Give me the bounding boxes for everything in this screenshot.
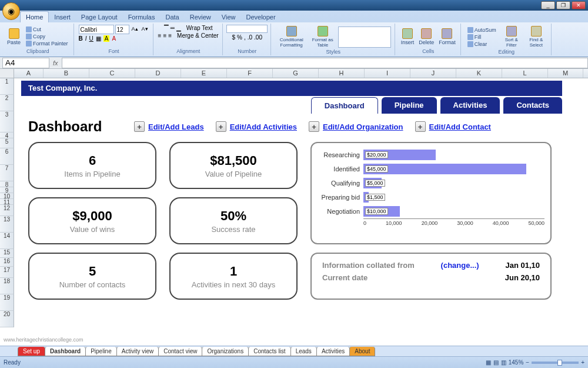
align-middle-button[interactable]: ═ [171,25,175,31]
name-box[interactable] [2,58,49,68]
increase-decimal-button[interactable]: .0 [248,34,252,41]
cell-styles-gallery[interactable] [338,26,391,48]
sheet-tab-contact-view[interactable]: Contact view [158,347,202,356]
zoom-slider[interactable] [532,362,579,364]
find-select-button[interactable]: Find & Select [525,25,547,49]
zoom-out-button[interactable]: − [526,359,529,366]
format-painter-button[interactable]: Format Painter [24,40,70,47]
fill-color-button[interactable]: A [103,35,110,42]
sheet-tab-about[interactable]: About [349,347,375,356]
col-header[interactable]: E [181,69,227,78]
increase-font-button[interactable]: A▴ [131,25,139,34]
row-header[interactable]: 6 [0,148,14,165]
change-link[interactable]: (change...) [441,261,479,270]
plus-icon[interactable]: + [415,121,426,132]
col-header[interactable]: I [365,69,410,78]
row-header[interactable]: 17 [0,267,14,278]
underline-button[interactable]: U [89,35,93,42]
sheet-tab-organizations[interactable]: Organizations [202,347,249,356]
col-header[interactable]: C [89,69,135,78]
row-header[interactable]: 4 [0,132,14,138]
col-header[interactable]: G [273,69,319,78]
border-button[interactable]: ▦ [96,35,101,42]
plus-icon[interactable]: + [309,121,319,132]
number-format-select[interactable] [226,25,268,33]
fx-button[interactable]: fx [49,59,62,67]
row-header[interactable]: 19 [0,294,14,311]
row-header[interactable]: 11 [0,199,14,205]
col-header[interactable]: L [502,69,548,78]
decrease-font-button[interactable]: A▾ [141,25,149,34]
view-normal-button[interactable]: ▦ [486,359,491,366]
tab-data[interactable]: Data [160,12,184,22]
col-header[interactable]: J [410,69,456,78]
sheet-tab-dashboard[interactable]: Dashboard [45,347,86,356]
tab-developer[interactable]: Developer [240,12,280,22]
row-header[interactable]: 18 [0,278,14,294]
row-header[interactable]: 12 [0,205,14,216]
minimize-button[interactable]: _ [541,1,555,9]
align-center-button[interactable]: ≡ [163,32,166,39]
sheet-tab-activity-view[interactable]: Activity view [116,347,159,356]
merge-center-button[interactable]: Merge & Center [177,32,219,39]
col-header[interactable]: A [14,69,44,78]
view-break-button[interactable]: ▥ [501,359,506,366]
col-header[interactable]: F [227,69,273,78]
nav-tab-pipeline[interactable]: Pipeline [382,97,437,114]
decrease-decimal-button[interactable]: .00 [254,34,262,41]
font-size-select[interactable] [115,25,129,34]
italic-button[interactable]: I [85,35,87,42]
row-header[interactable]: 3 [0,111,14,132]
delete-cells-button[interactable]: Delete [417,27,435,47]
insert-cells-button[interactable]: Insert [400,27,416,47]
col-header[interactable]: M [548,69,583,78]
row-header[interactable]: 20 [0,311,14,327]
tab-insert[interactable]: Insert [49,12,76,22]
col-header[interactable]: D [135,69,181,78]
autosum-button[interactable]: AutoSum [466,26,498,34]
currency-button[interactable]: $ [232,34,235,41]
nav-tab-activities[interactable]: Activities [440,97,500,114]
sheet-tab-contacts-list[interactable]: Contacts list [248,347,290,356]
tab-home[interactable]: Home [20,11,49,22]
align-right-button[interactable]: ≡ [168,32,172,39]
row-header[interactable]: 8 [0,181,14,187]
edit-activities-link[interactable]: Edit/Add Activities [230,122,297,131]
nav-tab-dashboard[interactable]: Dashboard [311,97,378,114]
bold-button[interactable]: B [79,35,83,42]
row-header[interactable]: 9 [0,187,14,193]
row-header[interactable]: 13 [0,216,14,233]
align-bottom-button[interactable]: ▁ [176,25,181,31]
row-header[interactable]: 5 [0,138,14,148]
edit-contact-link[interactable]: Edit/Add Contact [429,122,491,131]
row-header[interactable]: 1 [0,78,14,95]
col-header[interactable]: H [319,69,365,78]
row-header[interactable]: 14 [0,233,14,249]
close-button[interactable]: ✕ [572,1,586,9]
edit-leads-link[interactable]: Edit/Add Leads [148,122,204,131]
sheet-tab-setup[interactable]: Set up [18,347,45,356]
format-as-table-button[interactable]: Format as Table [310,25,336,49]
row-header[interactable]: 10 [0,193,14,199]
office-button[interactable]: ◉ [2,2,20,20]
paste-button[interactable]: Paste [6,27,22,47]
select-all-corner[interactable] [0,69,14,78]
tab-page-layout[interactable]: Page Layout [76,12,123,22]
col-header[interactable]: B [44,69,89,78]
nav-tab-contacts[interactable]: Contacts [503,97,562,114]
row-header[interactable]: 16 [0,258,14,267]
plus-icon[interactable]: + [134,121,145,132]
comma-button[interactable]: , [244,34,246,41]
format-cells-button[interactable]: Format [437,27,457,47]
formula-input[interactable] [62,58,588,68]
zoom-in-button[interactable]: + [581,359,584,366]
conditional-formatting-button[interactable]: Conditional Formatting [276,25,308,49]
tab-formulas[interactable]: Formulas [123,12,161,22]
row-header[interactable]: 2 [0,95,14,111]
align-left-button[interactable]: ≡ [158,32,162,39]
font-color-button[interactable]: A [112,35,116,42]
row-header[interactable]: 15 [0,249,14,258]
sheet-tab-leads[interactable]: Leads [290,347,317,356]
clear-button[interactable]: Clear [466,41,498,48]
sort-filter-button[interactable]: Sort & Filter [500,25,523,49]
